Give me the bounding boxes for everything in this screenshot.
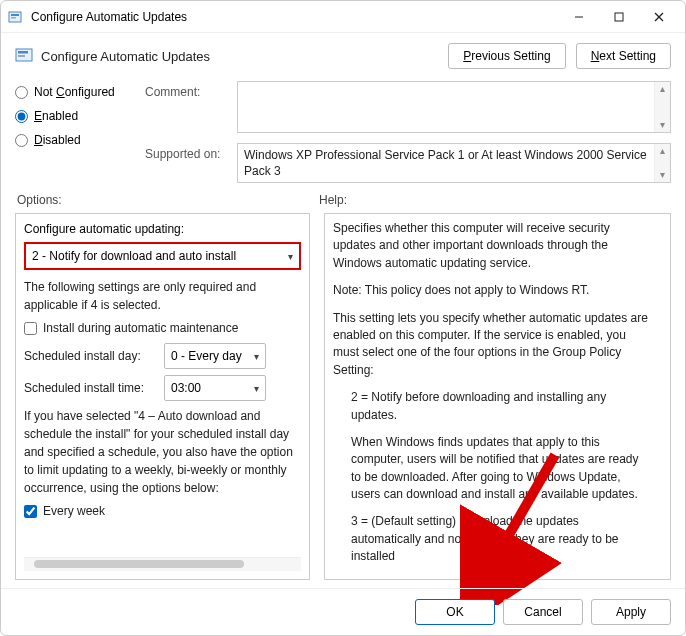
page-title: Configure Automatic Updates <box>41 49 440 64</box>
window-controls <box>559 3 679 31</box>
config-area: Not Configured Enabled Disabled Comment:… <box>1 75 685 183</box>
chevron-down-icon: ▾ <box>254 381 259 396</box>
install-maintenance-checkbox[interactable]: Install during automatic maintenance <box>24 319 301 337</box>
minimize-button[interactable] <box>559 3 599 31</box>
scroll-up-icon: ▴ <box>657 84 667 94</box>
configure-dropdown[interactable]: 2 - Notify for download and auto install… <box>24 242 301 270</box>
scrollbar-thumb[interactable] <box>34 560 244 568</box>
help-panel: Specifies whether this computer will rec… <box>324 213 671 580</box>
policy-icon <box>15 47 33 65</box>
svg-rect-8 <box>18 51 28 54</box>
previous-setting-button[interactable]: Previous Setting <box>448 43 565 69</box>
radio-disabled[interactable]: Disabled <box>15 133 145 147</box>
install-time-label: Scheduled install time: <box>24 379 152 397</box>
selected-text: If you have selected "4 – Auto download … <box>24 407 301 497</box>
supported-on-label: Supported on: <box>145 143 223 161</box>
supported-scrollbar[interactable]: ▴ ▾ <box>654 144 670 182</box>
install-day-combo[interactable]: 0 - Every day ▾ <box>164 343 266 369</box>
options-h-scrollbar[interactable] <box>24 557 301 571</box>
svg-rect-9 <box>18 55 25 57</box>
ok-button[interactable]: OK <box>415 599 495 625</box>
options-panel: Configure automatic updating: 2 - Notify… <box>15 213 310 580</box>
maximize-button[interactable] <box>599 3 639 31</box>
scroll-up-icon: ▴ <box>657 146 667 156</box>
state-radio-group: Not Configured Enabled Disabled <box>15 81 145 183</box>
apply-button[interactable]: Apply <box>591 599 671 625</box>
following-text: The following settings are only required… <box>24 278 301 314</box>
scroll-down-icon: ▾ <box>657 120 667 130</box>
next-setting-button[interactable]: Next Setting <box>576 43 671 69</box>
comment-textbox[interactable]: ▴ ▾ <box>237 81 671 133</box>
every-week-checkbox[interactable]: Every week <box>24 502 301 520</box>
cancel-button[interactable]: Cancel <box>503 599 583 625</box>
panels: Configure automatic updating: 2 - Notify… <box>1 213 685 588</box>
svg-rect-1 <box>11 14 19 16</box>
comment-scrollbar[interactable]: ▴ ▾ <box>654 82 670 132</box>
titlebar: Configure Automatic Updates <box>1 1 685 33</box>
chevron-down-icon: ▾ <box>254 349 259 364</box>
comment-block: Comment: ▴ ▾ Supported on: Windows XP Pr… <box>145 81 671 183</box>
install-day-label: Scheduled install day: <box>24 347 152 365</box>
help-label: Help: <box>319 193 347 207</box>
help-text: Specifies whether this computer will rec… <box>333 220 662 580</box>
radio-not-configured[interactable]: Not Configured <box>15 85 145 99</box>
configure-label: Configure automatic updating: <box>24 220 301 238</box>
options-label: Options: <box>17 193 297 207</box>
footer: OK Cancel Apply <box>1 588 685 635</box>
install-time-combo[interactable]: 03:00 ▾ <box>164 375 266 401</box>
scroll-down-icon: ▾ <box>657 170 667 180</box>
close-button[interactable] <box>639 3 679 31</box>
chevron-down-icon: ▾ <box>288 249 293 264</box>
svg-rect-4 <box>615 13 623 21</box>
svg-rect-2 <box>11 17 16 19</box>
window-title: Configure Automatic Updates <box>31 10 559 24</box>
app-icon <box>7 9 23 25</box>
radio-enabled[interactable]: Enabled <box>15 109 145 123</box>
header-row: Configure Automatic Updates Previous Set… <box>1 33 685 75</box>
section-labels: Options: Help: <box>1 183 685 213</box>
supported-on-text: Windows XP Professional Service Pack 1 o… <box>237 143 671 183</box>
comment-label: Comment: <box>145 81 223 99</box>
